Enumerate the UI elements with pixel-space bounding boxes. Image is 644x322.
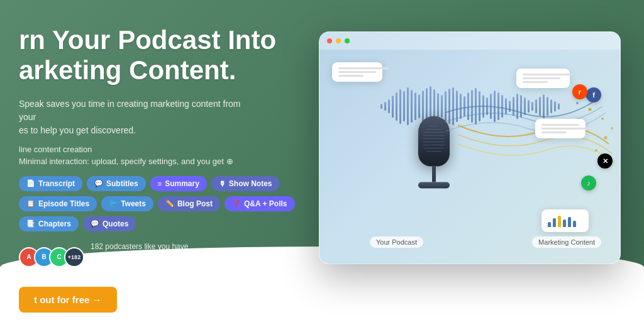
episode-icon: 📋 xyxy=(26,199,35,208)
qa-icon: ❓ xyxy=(232,199,241,208)
svg-point-4 xyxy=(595,149,597,152)
blog-icon: ✏️ xyxy=(165,199,174,208)
feature-item-2: Minimal interaction: upload, specify set… xyxy=(19,157,296,166)
wave-bar xyxy=(388,99,390,113)
content-card-3 xyxy=(535,119,586,138)
content-card-1 xyxy=(332,62,382,82)
tag-episode-label: Episode Titles xyxy=(38,199,89,208)
browser-dot-red xyxy=(327,38,332,43)
show-notes-icon: 🎙 xyxy=(219,180,226,187)
content-card-2 xyxy=(516,69,570,88)
feature-item-1: line content creation xyxy=(19,145,296,154)
tag-qa-polls[interactable]: ❓ Q&A + Polls xyxy=(225,196,295,211)
tag-chapters-label: Chapters xyxy=(38,219,71,228)
right-panel: f r ✕ ♪ Your Podcast Marketing Content xyxy=(308,25,644,322)
spotify-badge: ♪ xyxy=(581,175,596,191)
tag-quotes[interactable]: 💬 Quotes xyxy=(83,216,136,231)
tag-subtitles[interactable]: 💬 Subtitles xyxy=(87,176,146,191)
browser-dot-green xyxy=(345,38,350,43)
wave-bar xyxy=(384,102,386,111)
tag-subtitles-label: Subtitles xyxy=(106,179,138,188)
subtitles-icon: 💬 xyxy=(94,179,103,187)
label-your-podcast: Your Podcast xyxy=(370,236,423,248)
twitter-badge: ✕ xyxy=(597,153,613,169)
tag-qa-label: Q&A + Polls xyxy=(244,199,287,208)
tag-transcript-label: Transcript xyxy=(38,179,75,188)
tag-episode-titles[interactable]: 📋 Episode Titles xyxy=(19,196,97,211)
headline-line1: rn Your Podcast Into xyxy=(19,25,276,55)
reddit-badge: r xyxy=(572,84,587,99)
browser-bar xyxy=(319,32,620,50)
tag-quotes-label: Quotes xyxy=(103,219,128,228)
tag-tweets[interactable]: 🐦 Tweets xyxy=(101,196,153,211)
feature-list: line content creation Minimal interactio… xyxy=(19,145,296,166)
tweets-icon: 🐦 xyxy=(109,199,118,208)
tags-row-3: 📑 Chapters 💬 Quotes xyxy=(19,216,296,231)
tags-row-1: 📄 Transcript 💬 Subtitles ≡ Summary 🎙 Sho… xyxy=(19,176,296,191)
chapters-icon: 📑 xyxy=(26,219,35,228)
svg-point-1 xyxy=(601,118,604,120)
browser-mockup: f r ✕ ♪ Your Podcast Marketing Content xyxy=(319,31,621,264)
flowing-lines xyxy=(408,62,621,219)
transcript-icon: 📄 xyxy=(26,179,35,187)
content-card-4 xyxy=(541,209,589,232)
hero-description: Speak saves you time in creating marketi… xyxy=(19,97,258,137)
svg-point-7 xyxy=(576,102,579,104)
tags-row-2: 📋 Episode Titles 🐦 Tweets ✏️ Blog Post ❓… xyxy=(19,196,296,211)
svg-point-3 xyxy=(604,136,608,140)
headline-line2: arketing Content. xyxy=(19,55,236,85)
browser-dot-yellow xyxy=(336,38,341,43)
label-marketing-content: Marketing Content xyxy=(532,236,601,248)
content-wrapper: rn Your Podcast Into arketing Content. S… xyxy=(0,0,644,322)
avatar-count: +182 xyxy=(64,247,84,267)
left-panel: rn Your Podcast Into arketing Content. S… xyxy=(19,25,308,322)
wave-bar xyxy=(403,91,405,121)
wave-bar xyxy=(396,92,397,121)
mini-bar-chart xyxy=(548,214,582,227)
tag-blog-post[interactable]: ✏️ Blog Post xyxy=(158,196,220,211)
tag-summary[interactable]: ≡ Summary xyxy=(150,176,207,191)
flow-svg xyxy=(408,62,621,219)
svg-point-0 xyxy=(589,108,592,111)
tag-tweets-label: Tweets xyxy=(121,199,146,208)
social-proof-text: 182 podcasters like you have successfull… xyxy=(91,242,216,273)
tag-blog-label: Blog Post xyxy=(177,199,213,208)
wave-bar xyxy=(399,89,401,124)
cta-label: t out for free → xyxy=(34,294,102,305)
page-headline: rn Your Podcast Into arketing Content. xyxy=(19,25,296,86)
quotes-icon: 💬 xyxy=(91,219,99,228)
tag-show-notes-label: Show Notes xyxy=(229,179,272,188)
summary-icon: ≡ xyxy=(158,180,162,187)
facebook-badge: f xyxy=(586,87,601,103)
avatar-group: A B C +182 xyxy=(19,247,84,267)
social-proof: A B C +182 182 podcasters like you have … xyxy=(19,242,296,273)
tag-transcript[interactable]: 📄 Transcript xyxy=(19,176,82,191)
browser-content: f r ✕ ♪ Your Podcast Marketing Content xyxy=(319,50,620,264)
cta-button[interactable]: t out for free → xyxy=(19,287,117,313)
tag-show-notes[interactable]: 🎙 Show Notes xyxy=(211,176,280,191)
wave-bar xyxy=(380,104,382,109)
svg-point-2 xyxy=(611,127,613,130)
tag-summary-label: Summary xyxy=(165,179,199,188)
tag-chapters[interactable]: 📑 Chapters xyxy=(19,216,79,231)
wave-bar xyxy=(392,96,394,118)
